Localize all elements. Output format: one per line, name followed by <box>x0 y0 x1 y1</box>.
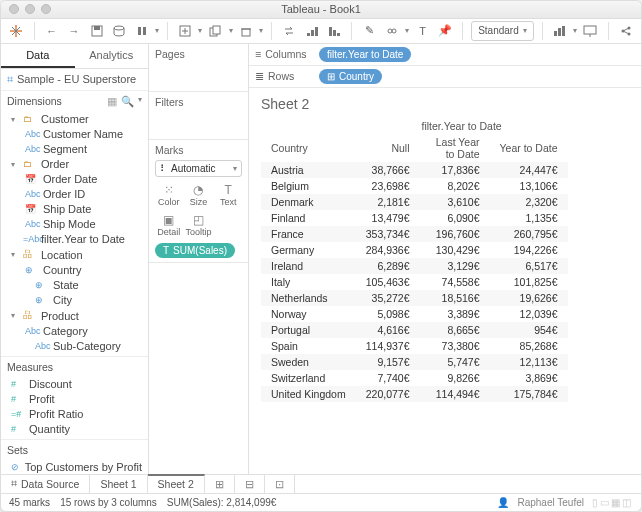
field-quantity[interactable]: #Quantity <box>1 422 148 437</box>
view-switch-icons[interactable]: ▯▭▦◫ <box>592 497 633 508</box>
table-row[interactable]: Denmark2,181€3,610€2,320€ <box>261 194 568 210</box>
field-state[interactable]: ⊕State <box>1 278 148 293</box>
datasource-item[interactable]: ⌗ Sample - EU Superstore <box>1 69 148 91</box>
field-customer-name[interactable]: AbcCustomer Name <box>1 127 148 142</box>
sort-asc-button[interactable] <box>302 21 321 41</box>
pill-columns-ytd[interactable]: filter.Year to Date <box>319 47 411 62</box>
user-icon: 👤 <box>497 497 509 508</box>
table-row[interactable]: Norway5,098€3,389€12,039€ <box>261 306 568 322</box>
field-filter-ytd[interactable]: =Abcfilter.Year to Date <box>1 232 148 247</box>
new-dashboard-button[interactable]: ⊟ <box>235 475 265 494</box>
header-ytd[interactable]: Year to Date <box>490 134 568 162</box>
status-sum: SUM(Sales): 2,814,099€ <box>167 497 277 508</box>
search-icon[interactable]: 🔍 <box>121 95 134 108</box>
folder-location[interactable]: ▾品Location <box>1 247 148 263</box>
folder-order[interactable]: ▾🗀Order <box>1 157 148 172</box>
new-worksheet-button[interactable]: ⊞ <box>205 475 235 494</box>
pill-sum-sales[interactable]: TSUM(Sales) <box>155 243 235 258</box>
table-row[interactable]: Austria38,766€17,836€24,447€ <box>261 162 568 178</box>
pill-rows-country[interactable]: ⊞Country <box>319 69 382 84</box>
zoom-window-icon[interactable] <box>41 4 51 14</box>
field-city[interactable]: ⊕City <box>1 293 148 308</box>
folder-product[interactable]: ▾品Product <box>1 308 148 324</box>
svg-rect-27 <box>584 26 596 34</box>
marks-detail[interactable]: ▣Detail <box>155 211 183 239</box>
dimensions-header: Dimensions ▦🔍▾ <box>1 91 148 112</box>
menu-icon[interactable]: ▾ <box>138 95 142 108</box>
header-null[interactable]: Null <box>356 134 420 162</box>
save-button[interactable] <box>87 21 106 41</box>
new-sheet-button[interactable] <box>176 21 195 41</box>
table-row[interactable]: United Kingdom220,077€114,494€175,784€ <box>261 386 568 402</box>
tab-analytics[interactable]: Analytics <box>75 44 149 68</box>
view-data-icon[interactable]: ▦ <box>107 95 117 108</box>
redo-button[interactable]: → <box>65 21 84 41</box>
rows-shelf[interactable]: ≣Rows ⊞Country <box>249 66 641 88</box>
svg-rect-5 <box>94 26 100 30</box>
table-row[interactable]: Belgium23,698€8,202€13,106€ <box>261 178 568 194</box>
filters-shelf[interactable]: Filters <box>149 92 248 140</box>
table-row[interactable]: Portugal4,616€8,665€954€ <box>261 322 568 338</box>
field-country[interactable]: ⊕Country <box>1 263 148 278</box>
field-segment[interactable]: AbcSegment <box>1 142 148 157</box>
field-profit-ratio[interactable]: =#Profit Ratio <box>1 407 148 422</box>
columns-shelf[interactable]: ≡Columns filter.Year to Date <box>249 44 641 66</box>
clear-button[interactable] <box>237 21 256 41</box>
presentation-button[interactable] <box>581 21 600 41</box>
field-category[interactable]: AbcCategory <box>1 324 148 339</box>
table-row[interactable]: Netherlands35,272€18,516€19,626€ <box>261 290 568 306</box>
pages-shelf[interactable]: Pages <box>149 44 248 92</box>
table-row[interactable]: France353,734€196,760€260,795€ <box>261 226 568 242</box>
highlight-button[interactable]: ✎ <box>360 21 379 41</box>
table-row[interactable]: Finland13,479€6,090€1,135€ <box>261 210 568 226</box>
sheet-title[interactable]: Sheet 2 <box>261 96 629 112</box>
field-profit[interactable]: #Profit <box>1 392 148 407</box>
minimize-window-icon[interactable] <box>25 4 35 14</box>
marks-color[interactable]: ⁙Color <box>155 181 183 209</box>
datasource-icon: ⌗ <box>7 73 13 86</box>
tab-sheet1[interactable]: Sheet 1 <box>90 475 147 494</box>
table-row[interactable]: Ireland6,289€3,129€6,517€ <box>261 258 568 274</box>
header-lytd[interactable]: Last Year to Date <box>420 134 490 162</box>
table-row[interactable]: Sweden9,157€5,747€12,113€ <box>261 354 568 370</box>
header-country[interactable]: Country <box>261 134 356 162</box>
marks-text[interactable]: TText <box>214 181 242 209</box>
table-row[interactable]: Italy105,463€74,558€101,825€ <box>261 274 568 290</box>
folder-customer[interactable]: ▾🗀Customer <box>1 112 148 127</box>
measures-header: Measures <box>1 356 148 377</box>
share-button[interactable] <box>616 21 635 41</box>
new-story-button[interactable]: ⊡ <box>265 475 295 494</box>
totals-button[interactable]: T <box>413 21 432 41</box>
table-row[interactable]: Switzerland7,740€9,826€3,869€ <box>261 370 568 386</box>
columns-icon: ≡ <box>255 48 261 60</box>
duplicate-button[interactable] <box>206 21 225 41</box>
field-discount[interactable]: #Discount <box>1 377 148 392</box>
field-sub-category[interactable]: AbcSub-Category <box>1 339 148 354</box>
show-me-button[interactable] <box>551 21 570 41</box>
sort-desc-button[interactable] <box>325 21 344 41</box>
tooltip-icon: ◰ <box>185 213 213 227</box>
pin-button[interactable]: 📌 <box>436 21 455 41</box>
column-super-header: filter.Year to Date <box>356 118 568 134</box>
group-button[interactable] <box>383 21 402 41</box>
marks-type-dropdown[interactable]: ⠇Automatic ▾ <box>155 160 242 177</box>
field-order-id[interactable]: AbcOrder ID <box>1 187 148 202</box>
table-row[interactable]: Germany284,936€130,429€194,226€ <box>261 242 568 258</box>
field-order-date[interactable]: 📅Order Date <box>1 172 148 187</box>
tableau-logo-icon[interactable] <box>7 21 26 41</box>
swap-button[interactable] <box>280 21 299 41</box>
marks-size[interactable]: ◔Size <box>185 181 213 209</box>
tab-sheet2[interactable]: Sheet 2 <box>148 474 205 494</box>
tab-data-source[interactable]: ⌗Data Source <box>1 475 90 494</box>
fit-dropdown[interactable]: Standard▾ <box>471 21 534 41</box>
undo-button[interactable]: ← <box>42 21 61 41</box>
tab-data[interactable]: Data <box>1 44 75 68</box>
field-ship-date[interactable]: 📅Ship Date <box>1 202 148 217</box>
set-top-customers[interactable]: ⊘Top Customers by Profit <box>1 460 148 474</box>
pause-updates-button[interactable] <box>132 21 151 41</box>
close-window-icon[interactable] <box>9 4 19 14</box>
new-datasource-button[interactable] <box>110 21 129 41</box>
field-ship-mode[interactable]: AbcShip Mode <box>1 217 148 232</box>
marks-tooltip[interactable]: ◰Tooltip <box>185 211 213 239</box>
table-row[interactable]: Spain114,937€73,380€85,268€ <box>261 338 568 354</box>
